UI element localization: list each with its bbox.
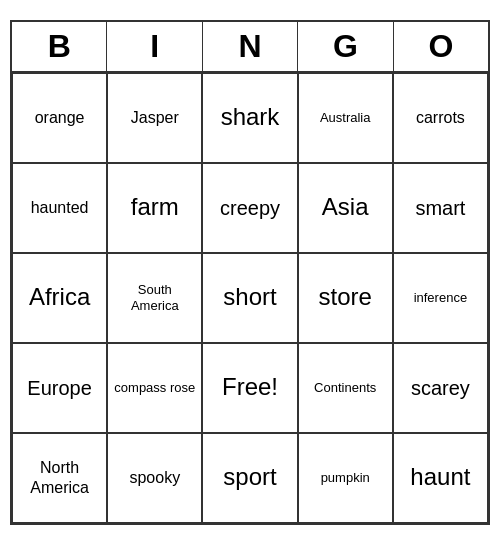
cell-r0-c3: Australia <box>298 73 393 163</box>
cell-text-r0-c4: carrots <box>416 108 465 127</box>
cell-r3-c4: scarey <box>393 343 488 433</box>
cell-r2-c0: Africa <box>12 253 107 343</box>
cell-r4-c3: pumpkin <box>298 433 393 523</box>
cell-text-r2-c1: South America <box>114 282 195 313</box>
cell-r3-c1: compass rose <box>107 343 202 433</box>
header-letter-N: N <box>203 22 298 71</box>
cell-r2-c2: short <box>202 253 297 343</box>
cell-text-r3-c0: Europe <box>27 376 92 400</box>
cell-text-r4-c3: pumpkin <box>321 470 370 486</box>
cell-text-r4-c2: sport <box>223 463 276 492</box>
cell-r4-c2: sport <box>202 433 297 523</box>
cell-text-r0-c3: Australia <box>320 110 371 126</box>
bingo-header: BINGO <box>12 22 488 73</box>
cell-r2-c4: inference <box>393 253 488 343</box>
cell-text-r3-c3: Continents <box>314 380 376 396</box>
bingo-grid: orangeJaspersharkAustraliacarrotshaunted… <box>12 73 488 523</box>
cell-text-r2-c2: short <box>223 283 276 312</box>
cell-r0-c4: carrots <box>393 73 488 163</box>
cell-r0-c1: Jasper <box>107 73 202 163</box>
cell-r4-c1: spooky <box>107 433 202 523</box>
header-letter-I: I <box>107 22 202 71</box>
cell-text-r0-c2: shark <box>221 103 280 132</box>
cell-text-r1-c4: smart <box>415 196 465 220</box>
cell-text-r4-c0: North America <box>19 458 100 496</box>
cell-r3-c0: Europe <box>12 343 107 433</box>
cell-r1-c4: smart <box>393 163 488 253</box>
cell-text-r2-c3: store <box>319 283 372 312</box>
bingo-card: BINGO orangeJaspersharkAustraliacarrotsh… <box>10 20 490 525</box>
cell-r4-c4: haunt <box>393 433 488 523</box>
cell-text-r3-c4: scarey <box>411 376 470 400</box>
cell-r1-c3: Asia <box>298 163 393 253</box>
cell-r3-c2: Free! <box>202 343 297 433</box>
cell-r1-c2: creepy <box>202 163 297 253</box>
cell-r0-c0: orange <box>12 73 107 163</box>
cell-text-r2-c4: inference <box>414 290 467 306</box>
header-letter-B: B <box>12 22 107 71</box>
cell-text-r4-c4: haunt <box>410 463 470 492</box>
cell-text-r0-c0: orange <box>35 108 85 127</box>
header-letter-O: O <box>394 22 488 71</box>
cell-r2-c3: store <box>298 253 393 343</box>
cell-text-r1-c0: haunted <box>31 198 89 217</box>
cell-text-r2-c0: Africa <box>29 283 90 312</box>
cell-text-r4-c1: spooky <box>129 468 180 487</box>
cell-text-r3-c2: Free! <box>222 373 278 402</box>
cell-text-r1-c1: farm <box>131 193 179 222</box>
cell-text-r1-c2: creepy <box>220 196 280 220</box>
cell-r3-c3: Continents <box>298 343 393 433</box>
cell-text-r3-c1: compass rose <box>114 380 195 396</box>
cell-r1-c1: farm <box>107 163 202 253</box>
cell-text-r0-c1: Jasper <box>131 108 179 127</box>
cell-r4-c0: North America <box>12 433 107 523</box>
header-letter-G: G <box>298 22 393 71</box>
cell-r1-c0: haunted <box>12 163 107 253</box>
cell-r2-c1: South America <box>107 253 202 343</box>
cell-text-r1-c3: Asia <box>322 193 369 222</box>
cell-r0-c2: shark <box>202 73 297 163</box>
